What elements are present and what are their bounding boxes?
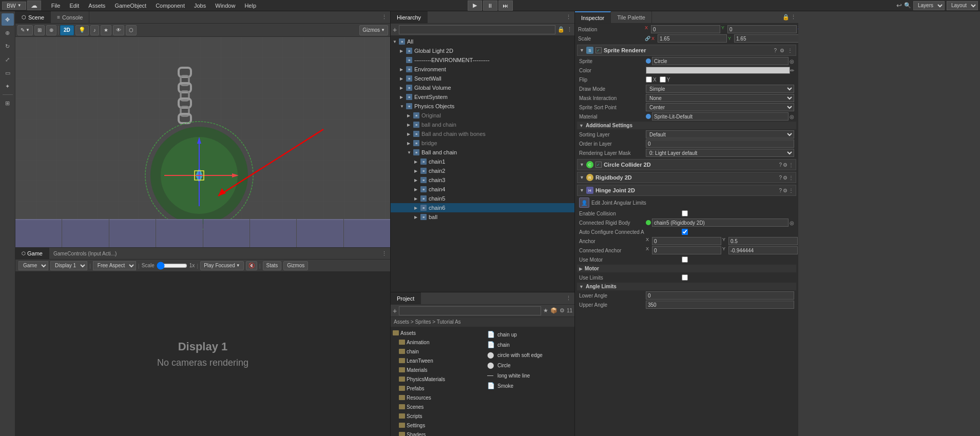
mask-interaction-select[interactable]: None <box>646 94 794 102</box>
scene-view[interactable] <box>15 37 390 247</box>
gizmos-btn[interactable]: Gizmos <box>283 261 308 270</box>
play-btn[interactable]: ▶ <box>468 1 482 11</box>
anchor-y-input[interactable] <box>728 237 798 245</box>
scale-y-input[interactable] <box>734 34 798 43</box>
list-item[interactable]: ≡---------ENVIRONMENT--------- <box>391 55 574 65</box>
list-item[interactable]: Animation <box>391 338 483 347</box>
sprite-sort-select[interactable]: Center <box>646 103 794 111</box>
project-tab-menu[interactable]: ⋮ <box>563 295 574 302</box>
list-item[interactable]: ▶≡ball and chain <box>391 120 574 129</box>
flip-x-check[interactable] <box>646 76 652 83</box>
scene-hidden-btn[interactable]: 👁 <box>113 25 124 35</box>
hierarchy-tab-menu[interactable]: ⋮ <box>563 14 574 21</box>
account-btn[interactable]: BW ▼ <box>2 2 26 10</box>
ca-y-input[interactable] <box>728 246 798 254</box>
cc-checkbox[interactable]: ✓ <box>595 162 602 168</box>
list-item[interactable]: Scenes <box>391 402 483 411</box>
auto-configure-check[interactable] <box>682 229 688 235</box>
use-motor-check[interactable] <box>682 256 688 263</box>
list-item[interactable]: Resources <box>391 393 483 402</box>
cc-more-btn[interactable]: ⋮ <box>789 162 794 168</box>
list-item[interactable]: ▶≡Original <box>391 111 574 120</box>
color-value[interactable] <box>646 67 790 74</box>
list-item[interactable]: ▶≡chain4 <box>391 185 574 194</box>
upper-angle-input[interactable] <box>646 301 794 309</box>
rb-settings-btn[interactable]: ⚙ <box>783 175 787 181</box>
enable-collision-check[interactable] <box>682 210 688 216</box>
project-packages-btn[interactable]: 📦 <box>550 307 558 314</box>
tab-game[interactable]: ⬡ Game <box>15 248 49 259</box>
list-item[interactable]: Scripts <box>391 411 483 421</box>
color-eyedropper[interactable]: ✏ <box>790 68 794 73</box>
rb-help-btn[interactable]: ? <box>779 175 782 181</box>
draw-mode-btn[interactable]: ✎ ▼ <box>17 25 33 35</box>
custom-tool-btn[interactable]: ⊞ <box>2 97 14 109</box>
hierarchy-scene-lock[interactable]: 🔒 <box>558 26 565 33</box>
sprite-pick-btn[interactable]: ◎ <box>790 58 794 64</box>
sprite-renderer-checkbox[interactable]: ✓ <box>595 47 602 53</box>
list-item[interactable]: ▼≡Physics Objects <box>391 102 574 111</box>
hierarchy-more-btn[interactable]: ⋮ <box>567 26 572 33</box>
list-item[interactable]: ▶≡chain1 <box>391 157 574 166</box>
hierarchy-add-btn[interactable]: + <box>393 26 397 34</box>
play-focused-btn[interactable]: Play Focused ▼ <box>200 261 244 270</box>
tab-console[interactable]: ≡ Console <box>51 11 89 23</box>
rigidbody-header[interactable]: ▼ R Rigidbody 2D ? ⚙ ⋮ <box>577 172 796 183</box>
material-input[interactable] <box>652 112 789 121</box>
list-item[interactable]: ▶≡Global Volume <box>391 83 574 92</box>
menu-item-help[interactable]: Help <box>240 2 260 10</box>
grid-btn[interactable]: ⊞ <box>34 25 45 35</box>
scene-tab-menu[interactable]: ⋮ <box>378 14 390 21</box>
tab-tile-palette[interactable]: Tile Palette <box>611 11 652 23</box>
list-item[interactable]: ▶≡ball <box>391 212 574 222</box>
sprite-renderer-header[interactable]: ▼ S ✓ Sprite Renderer ? ⚙ ⋮ <box>577 45 796 56</box>
ca-x-input[interactable] <box>652 246 721 254</box>
menu-item-gameobject[interactable]: GameObject <box>110 2 150 10</box>
cloud-btn[interactable]: ☁ <box>27 1 41 10</box>
list-item[interactable]: ▶≡chain2 <box>391 166 574 175</box>
list-item[interactable]: ⬤circle with soft edge <box>485 350 572 360</box>
list-item[interactable]: 📄chain <box>485 340 572 350</box>
aspect-select[interactable]: Free Aspect <box>93 261 136 270</box>
additional-settings-header[interactable]: ▼ Additional Settings <box>577 122 796 129</box>
list-item[interactable]: chain <box>391 347 483 356</box>
list-item[interactable]: PhysicsMaterials <box>391 374 483 384</box>
project-search[interactable] <box>399 306 541 315</box>
move-tool-btn[interactable]: ✥ <box>2 13 14 26</box>
hj-settings-btn[interactable]: ⚙ <box>783 188 787 193</box>
rot-x-input[interactable] <box>651 25 720 33</box>
list-item[interactable]: ▶≡chain6 <box>391 203 574 212</box>
draw-mode-select[interactable]: Simple <box>646 85 794 93</box>
list-item[interactable]: ▶≡bridge <box>391 138 574 148</box>
scene-light-btn[interactable]: 💡 <box>75 25 89 35</box>
undo-btn[interactable]: ↩ <box>896 2 902 9</box>
motor-section-header[interactable]: ▶ Motor <box>577 265 796 272</box>
inspector-scroll[interactable]: Rotation X Y Z Scale 🔗 X Y <box>575 24 798 436</box>
pause-btn[interactable]: ⏸ <box>483 1 497 11</box>
list-item[interactable]: Assets <box>391 328 483 338</box>
list-item[interactable]: ▶≡Ball and chain with bones <box>391 129 574 138</box>
menu-item-assets[interactable]: Assets <box>84 2 109 10</box>
audio-mute-btn[interactable]: 🔇 <box>246 261 257 270</box>
lower-angle-input[interactable] <box>646 291 794 300</box>
scale-tool-btn[interactable]: ⤢ <box>2 53 14 66</box>
hierarchy-search[interactable] <box>399 25 555 34</box>
game-label-select[interactable]: Game <box>18 261 48 270</box>
rendering-layer-select[interactable]: 0: Light Layer default <box>646 149 794 157</box>
menu-item-jobs[interactable]: Jobs <box>190 2 210 10</box>
scene-gizmos-dropdown[interactable]: Gizmos ▼ <box>359 25 388 35</box>
tab-hierarchy[interactable]: Hierarchy <box>391 11 428 23</box>
list-item[interactable]: Prefabs <box>391 384 483 393</box>
menu-item-edit[interactable]: Edit <box>65 2 83 10</box>
project-favorites-btn[interactable]: ★ <box>543 307 548 314</box>
material-pick-btn[interactable]: ◎ <box>790 114 794 120</box>
list-item[interactable]: LeanTween <box>391 356 483 365</box>
rot-y-input[interactable] <box>727 25 797 33</box>
rotate-tool-btn[interactable]: ↻ <box>2 40 14 52</box>
stats-btn[interactable]: Stats <box>263 261 282 270</box>
list-item[interactable]: ▶≡chain5 <box>391 194 574 203</box>
list-item[interactable]: ▶≡EventSystem <box>391 92 574 102</box>
scene-audio-btn[interactable]: ♪ <box>90 25 99 35</box>
game-tab-menu[interactable]: ⋮ <box>378 250 390 257</box>
rect-tool-btn[interactable]: ▭ <box>2 67 14 79</box>
